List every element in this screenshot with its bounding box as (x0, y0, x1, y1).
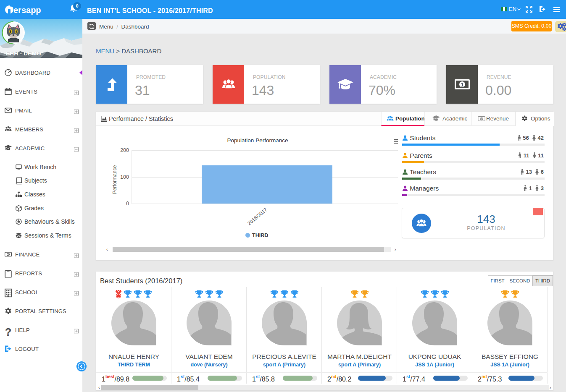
svg-text:1: 1 (461, 81, 463, 88)
svg-text:?: ? (5, 327, 12, 338)
